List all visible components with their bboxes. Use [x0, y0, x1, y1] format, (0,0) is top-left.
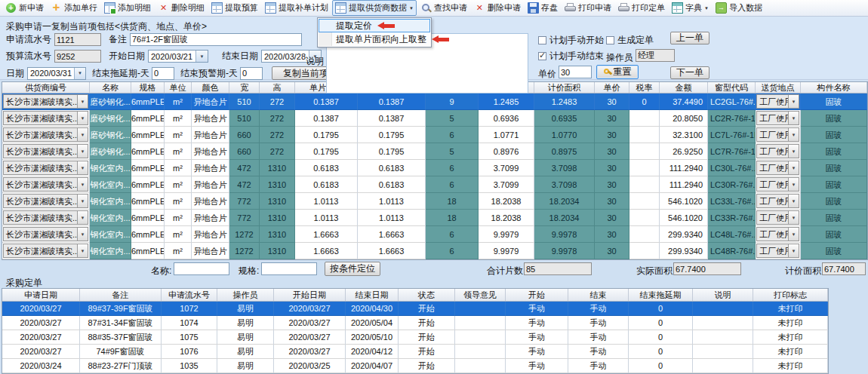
combo-box[interactable]: 工厂使用▼	[756, 177, 799, 192]
column-header[interactable]: 窗型代码	[708, 82, 756, 93]
start-date-combo[interactable]: 2020/03/21 ▼	[148, 50, 208, 63]
table-row[interactable]: 长沙市潇湘玻璃实...▼钢化室内...6mmPLE...m²异地合片472131…	[2, 160, 867, 176]
column-header[interactable]: 金额	[660, 82, 708, 93]
column-header[interactable]: 规格	[131, 82, 165, 93]
grid-combo-cell[interactable]: 工厂使用▼	[756, 143, 801, 160]
checkbox-generate-order[interactable]: 生成定单	[606, 34, 654, 47]
grid-combo-cell[interactable]: 工厂使用▼	[756, 176, 801, 193]
combo-box[interactable]: 长沙市潇湘玻璃实...▼	[3, 177, 88, 192]
reset-button[interactable]: 重置	[596, 65, 639, 79]
toolbar-print-request[interactable]: 打印申请	[562, 0, 614, 16]
locate-by-condition-button[interactable]: 按条件定位	[325, 262, 380, 276]
toolbar-find-request[interactable]: 查找申请	[417, 0, 470, 16]
toolbar-save[interactable]: 存盘	[525, 0, 561, 16]
combo-box[interactable]: 工厂使用▼	[756, 127, 799, 142]
table-row[interactable]: 2020/03/2488#23-27F门顶玻1035易明2020/03/2520…	[2, 359, 828, 373]
locator-spec-input[interactable]	[261, 262, 317, 275]
toolbar-extract-supplier-data[interactable]: 提取供货商数据▼	[332, 0, 417, 16]
toolbar-add-row[interactable]: 添加单行	[48, 0, 100, 16]
grid-combo-cell[interactable]: 长沙市潇湘玻璃实...▼	[2, 176, 90, 193]
table-row[interactable]: 长沙市潇湘玻璃实...▼磨砂钢化...6mmPLE...m²异地合片660272…	[2, 143, 867, 160]
column-header[interactable]: 领导意见	[455, 289, 506, 301]
toolbar-new-request[interactable]: 新申请	[2, 0, 47, 16]
column-header[interactable]: 构件名称	[801, 82, 867, 93]
combo-box[interactable]: 工厂使用▼	[756, 161, 799, 175]
toolbar-extract-supplement-plan[interactable]: 提取补单计划	[262, 0, 331, 16]
grid-combo-cell[interactable]: 工厂使用▼	[756, 94, 801, 110]
end-delay-input[interactable]	[152, 67, 174, 80]
combo-box[interactable]: 长沙市潇湘玻璃实...▼	[3, 227, 88, 241]
column-header[interactable]: 开始日期	[274, 289, 346, 301]
column-header[interactable]: 说明	[693, 289, 753, 301]
column-header[interactable]: 单价	[595, 82, 629, 93]
end-warning-input[interactable]	[240, 67, 263, 80]
column-header[interactable]: 高	[260, 82, 295, 93]
column-header[interactable]: 操作员	[217, 289, 274, 301]
grid-combo-cell[interactable]: 工厂使用▼	[756, 110, 801, 127]
column-header[interactable]: 打印标志	[753, 289, 828, 301]
column-header[interactable]: 宽	[229, 82, 260, 93]
grid-combo-cell[interactable]: 长沙市潇湘玻璃实...▼	[2, 210, 90, 226]
combo-box[interactable]: 工厂使用▼	[756, 94, 799, 109]
combo-box[interactable]: 长沙市潇湘玻璃实...▼	[3, 111, 88, 125]
grid-combo-cell[interactable]: 工厂使用▼	[756, 226, 801, 243]
next-order-button[interactable]: 下一单	[670, 66, 709, 79]
grid-combo-cell[interactable]: 工厂使用▼	[756, 193, 801, 210]
table-row[interactable]: 长沙市潇湘玻璃实...▼磨砂钢化...6mmPLE...m²异地合片510272…	[2, 94, 867, 110]
combo-box[interactable]: 长沙市潇湘玻璃实...▼	[3, 94, 88, 109]
toolbar-delete-request[interactable]: 删除申请	[471, 0, 524, 16]
column-header[interactable]: 结束拖延期	[629, 289, 693, 301]
remark-input[interactable]	[130, 33, 302, 46]
grid-combo-cell[interactable]: 长沙市潇湘玻璃实...▼	[2, 110, 90, 127]
combo-box[interactable]: 长沙市潇湘玻璃实...▼	[3, 194, 88, 208]
column-header[interactable]: 备注	[80, 289, 162, 301]
request-no-input[interactable]	[54, 33, 101, 46]
column-header[interactable]: 单位	[165, 82, 192, 93]
unit-price-input[interactable]	[559, 66, 592, 78]
menu-item[interactable]: 提取定价	[319, 19, 430, 32]
grid-combo-cell[interactable]: 工厂使用▼	[756, 127, 801, 143]
grid-combo-cell[interactable]: 长沙市潇湘玻璃实...▼	[2, 160, 90, 176]
combo-box[interactable]: 工厂使用▼	[756, 244, 799, 258]
combo-box[interactable]: 工厂使用▼	[756, 111, 799, 125]
grid-combo-cell[interactable]: 长沙市潇湘玻璃实...▼	[2, 143, 90, 160]
grid-combo-cell[interactable]: 工厂使用▼	[756, 243, 801, 259]
grid-combo-cell[interactable]: 长沙市潇湘玻璃实...▼	[2, 94, 90, 110]
toolbar-add-detail[interactable]: 添加明细	[101, 0, 154, 16]
grid-combo-cell[interactable]: 工厂使用▼	[756, 210, 801, 226]
table-row[interactable]: 长沙市潇湘玻璃实...▼磨砂钢化...6mmPLE...m²异地合片660272…	[2, 127, 867, 143]
date-combo[interactable]: 2020/03/31 ▼	[27, 67, 86, 80]
menu-item[interactable]: 提取单片面积向上取整	[319, 32, 430, 46]
column-header[interactable]: 供货商编号	[2, 82, 90, 93]
toolbar-delete-detail[interactable]: 删除明细	[155, 0, 208, 16]
table-row[interactable]: 2020/03/2774#9F窗固玻1076易明2020/03/272020/0…	[2, 345, 828, 359]
combo-box[interactable]: 工厂使用▼	[756, 194, 799, 208]
budget-no-input[interactable]	[54, 50, 101, 63]
column-header[interactable]: 开始	[506, 289, 568, 301]
column-header[interactable]: 申请流水号	[162, 289, 217, 301]
combo-box[interactable]: 工厂使用▼	[756, 144, 799, 158]
combo-box[interactable]: 长沙市潇湘玻璃实...▼	[3, 244, 88, 258]
prev-order-button[interactable]: 上一单	[670, 32, 709, 44]
grid-combo-cell[interactable]: 长沙市潇湘玻璃实...▼	[2, 243, 90, 259]
chevron-down-icon[interactable]: ▼	[195, 51, 208, 62]
table-row[interactable]: 长沙市潇湘玻璃实...▼磨砂钢化...6mmPLE...m²异地合片510272…	[2, 110, 867, 127]
combo-box[interactable]: 工厂使用▼	[756, 210, 799, 225]
checkbox-manual-start[interactable]: 计划手动开始	[538, 34, 604, 47]
combo-box[interactable]: 长沙市潇湘玻璃实...▼	[3, 144, 88, 158]
combo-box[interactable]: 长沙市潇湘玻璃实...▼	[3, 210, 88, 225]
grid-combo-cell[interactable]: 工厂使用▼	[756, 160, 801, 176]
column-header[interactable]: 送货地点	[756, 82, 801, 93]
table-row[interactable]: 长沙市潇湘玻璃实...▼钢化室内...6mmPLE...m²异地合片472131…	[2, 176, 867, 193]
grid-combo-cell[interactable]: 长沙市潇湘玻璃实...▼	[2, 226, 90, 243]
column-header[interactable]: 颜色	[192, 82, 229, 93]
column-header[interactable]: 税率	[629, 82, 660, 93]
toolbar-import-data[interactable]: 导入数据	[713, 0, 765, 16]
combo-box[interactable]: 长沙市潇湘玻璃实...▼	[3, 161, 88, 175]
toolbar-print-order[interactable]: 打印定单	[615, 0, 668, 16]
column-header[interactable]: 结束日期	[346, 289, 399, 301]
table-row[interactable]: 2020/03/2787#31-34F窗固玻1074易明2020/03/2720…	[2, 316, 828, 330]
table-row[interactable]: 2020/03/2789#37-39F窗固玻1072易明2020/03/2720…	[2, 302, 828, 316]
table-row[interactable]: 长沙市潇湘玻璃实...▼钢化室内...6mmPLE...m²异地合片127213…	[2, 243, 867, 259]
table-row[interactable]: 长沙市潇湘玻璃实...▼钢化室内...6mmPLE...m²异地合片127213…	[2, 226, 867, 243]
